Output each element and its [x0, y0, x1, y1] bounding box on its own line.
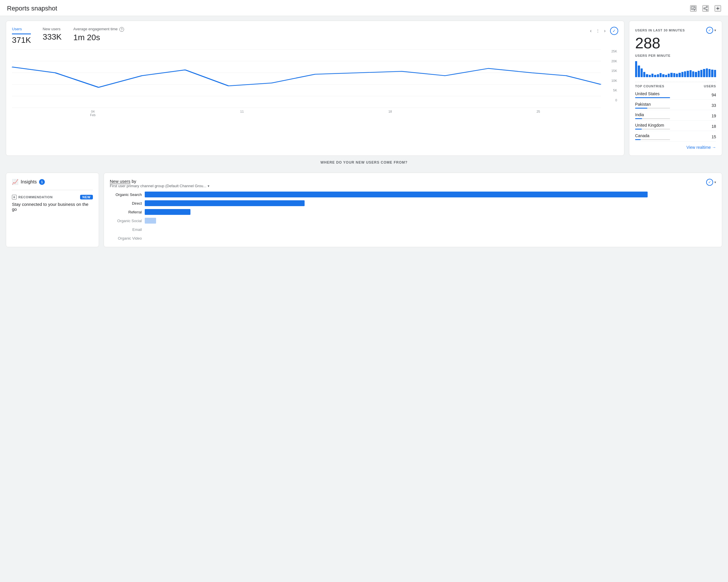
- bar-mini: [690, 70, 692, 77]
- hbar-track: [145, 209, 716, 215]
- y-label-5k: 5K: [611, 88, 617, 92]
- metric-check-icon[interactable]: ✓: [610, 27, 618, 35]
- bar-mini: [665, 75, 667, 77]
- bar-mini: [641, 69, 643, 77]
- bar-mini: [673, 73, 675, 77]
- new-users-check-icon[interactable]: ✓: [706, 179, 713, 186]
- country-row: United States 94: [635, 89, 716, 100]
- country-value: 18: [711, 124, 716, 129]
- recommendation-text: Stay connected to your business on the g…: [12, 202, 93, 212]
- country-bar-fill: [635, 97, 670, 98]
- bottom-row: 📈 Insights 1 + RECOMMENDATION New Stay c…: [6, 173, 722, 247]
- bar-mini: [708, 69, 710, 77]
- insights-card: 📈 Insights 1 + RECOMMENDATION New Stay c…: [6, 173, 99, 247]
- new-users-menu-arrow[interactable]: ▾: [714, 180, 716, 184]
- insights-trend-icon: 📈: [12, 179, 18, 185]
- country-row: United Kingdom 18: [635, 121, 716, 131]
- bar-mini: [678, 73, 680, 77]
- y-label-25k: 25K: [611, 50, 617, 53]
- horizontal-bar-chart: Organic Search Direct Referral Organic S…: [110, 191, 716, 241]
- prev-metric-button[interactable]: ‹: [587, 27, 595, 35]
- countries-table-header: TOP COUNTRIES USERS: [635, 82, 716, 88]
- bar-mini: [692, 71, 694, 77]
- main-chart-svg: [12, 50, 618, 108]
- metric-engagement-label: Average engagement time ?: [73, 27, 124, 32]
- metric-new-users-label: New users: [43, 27, 61, 31]
- svg-point-1: [706, 6, 708, 8]
- recommendation-label-text: RECOMMENDATION: [18, 195, 53, 199]
- country-left: United Kingdom: [635, 123, 670, 130]
- bar-mini: [695, 72, 697, 77]
- new-users-subtitle: First user primary channel group (Defaul…: [110, 184, 209, 188]
- hbar-track: [145, 227, 716, 232]
- country-row: Canada 15: [635, 131, 716, 141]
- country-value: 94: [711, 92, 716, 97]
- y-label-10k: 10K: [611, 79, 617, 82]
- insights-badge: 1: [39, 179, 45, 185]
- next-metric-button[interactable]: ›: [601, 27, 609, 35]
- bar-mini: [676, 74, 678, 77]
- country-bar-fill: [635, 129, 642, 130]
- svg-line-5: [705, 7, 706, 8]
- hbar-row: Organic Video: [110, 235, 716, 241]
- country-left: Canada: [635, 133, 670, 140]
- hbar-label: Referral: [110, 210, 142, 214]
- hbar-track: [145, 218, 716, 223]
- country-value: 15: [711, 134, 716, 139]
- bar-mini: [657, 74, 659, 77]
- realtime-check: ✓ ▾: [706, 27, 716, 34]
- bar-mini: [684, 71, 686, 77]
- page-title: Reports snapshot: [7, 5, 57, 12]
- country-row: India 19: [635, 110, 716, 121]
- new-users-by: by: [132, 179, 136, 184]
- metric-new-users[interactable]: New users 333K: [43, 27, 61, 42]
- bar-mini: [651, 74, 653, 77]
- metric-users[interactable]: Users 371K: [12, 27, 31, 45]
- view-realtime: View realtime →: [635, 145, 716, 150]
- bar-mini: [646, 74, 648, 77]
- main-chart-card: Users 371K New users 333K Average engage…: [6, 21, 624, 156]
- view-realtime-link[interactable]: View realtime →: [686, 145, 716, 150]
- y-label-20k: 20K: [611, 59, 617, 63]
- bar-mini: [662, 74, 664, 77]
- hbar-row: Organic Social: [110, 218, 716, 223]
- hbar-track: [145, 235, 716, 241]
- country-bar-bg: [635, 97, 670, 98]
- new-users-subtitle-text: First user primary channel group (Defaul…: [110, 184, 206, 188]
- country-bar-fill: [635, 139, 641, 140]
- new-users-check: ✓ ▾: [706, 179, 716, 186]
- recommendation-plus-icon: +: [12, 195, 17, 200]
- sparkle-button[interactable]: [714, 5, 721, 11]
- hbar-fill: [145, 209, 190, 215]
- country-bar-bg: [635, 118, 670, 119]
- chart-y-labels: 25K 20K 15K 10K 5K 0: [611, 50, 618, 102]
- countries-col-header: TOP COUNTRIES: [635, 84, 664, 88]
- new-users-underline[interactable]: New users: [110, 179, 130, 184]
- header-actions: [690, 5, 721, 11]
- y-label-15k: 15K: [611, 69, 617, 73]
- realtime-check-icon[interactable]: ✓: [706, 27, 713, 34]
- country-bar-fill: [635, 118, 642, 119]
- new-users-dropdown-arrow[interactable]: ▾: [208, 184, 209, 188]
- bar-mini: [714, 70, 716, 77]
- metric-engagement-value: 1m 20s: [73, 33, 124, 42]
- bar-mini: [670, 73, 672, 77]
- new-badge: New: [80, 195, 93, 200]
- main-chart-container: 25K 20K 15K 10K 5K 0 04 Feb 11: [12, 50, 618, 120]
- edit-chart-button[interactable]: [690, 5, 697, 11]
- top-row: Users 371K New users 333K Average engage…: [6, 21, 722, 156]
- country-name: United States: [635, 91, 670, 96]
- recommendation-row: + RECOMMENDATION New: [12, 195, 93, 200]
- country-row: Pakistan 33: [635, 100, 716, 110]
- metric-engagement[interactable]: Average engagement time ? 1m 20s: [73, 27, 124, 42]
- country-left: India: [635, 112, 670, 119]
- hbar-track: [145, 191, 716, 197]
- realtime-dropdown-arrow[interactable]: ▾: [714, 28, 716, 32]
- hbar-row: Referral: [110, 209, 716, 215]
- realtime-per-minute-label: USERS PER MINUTE: [635, 54, 716, 57]
- main-content: Users 371K New users 333K Average engage…: [0, 16, 728, 252]
- realtime-header: USERS IN LAST 30 MINUTES ✓ ▾: [635, 27, 716, 34]
- share-button[interactable]: [702, 5, 709, 11]
- hbar-fill: [145, 218, 156, 223]
- new-users-header: New users by First user primary channel …: [110, 179, 716, 188]
